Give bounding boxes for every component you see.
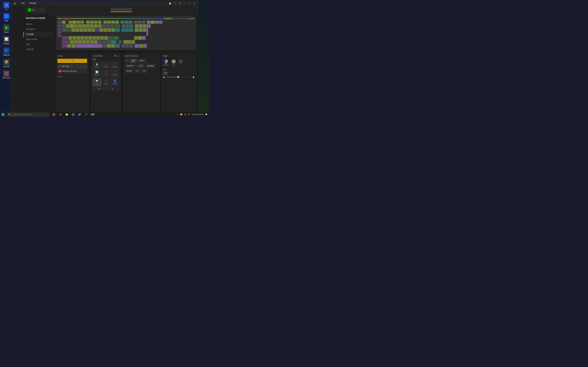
key-9[interactable]: 9	[98, 24, 102, 28]
nav-hw-light[interactable]: 硬件灯光效果	[23, 37, 54, 42]
key-np5[interactable]: 5	[138, 28, 142, 32]
key-rbracket[interactable]: ]	[111, 28, 115, 32]
key-equal[interactable]: =	[110, 24, 113, 28]
nav-light-effect[interactable]: 灯光效果	[23, 32, 54, 37]
key-f1[interactable]: F1	[69, 21, 72, 24]
effect-rainbow[interactable]: 〜 彩虹波	[102, 78, 110, 86]
nav-device-settings[interactable]: 设备设置	[23, 47, 54, 52]
settings-btn[interactable]: ⚙	[178, 1, 182, 6]
key-leftarrow[interactable]: ←	[121, 44, 125, 48]
key-2[interactable]: 2	[70, 24, 74, 28]
key-f8[interactable]: F8	[98, 21, 102, 24]
key-pgup[interactable]: PGU	[142, 21, 145, 24]
nav-performance[interactable]: 性能	[23, 42, 54, 47]
nav-key-task[interactable]: 键任务	[23, 22, 54, 27]
key-s[interactable]: S	[72, 36, 76, 40]
search-icon[interactable]: 🔍	[114, 55, 117, 57]
effect-wave[interactable]: ∿ 色波	[102, 69, 110, 78]
layer-item-watercolor[interactable]: 水彩光谱 水彩光谱 1	[57, 69, 87, 73]
key-np-extra2[interactable]: →	[139, 44, 143, 48]
key-lshift[interactable]: SHifT	[62, 40, 70, 44]
light-library-btn[interactable]: 灯光库 ▼	[57, 74, 87, 78]
zone-btn-qwerdf[interactable]: QWERDF	[125, 64, 136, 68]
key-rightarrow[interactable]: →	[130, 44, 133, 48]
layer-rain-more[interactable]: ⋮	[71, 65, 73, 67]
key-npadd[interactable]: +	[147, 24, 150, 28]
key-np7[interactable]: 7	[135, 24, 138, 28]
key-c[interactable]: C	[78, 40, 82, 44]
key-m[interactable]: M	[94, 40, 97, 44]
key-v[interactable]: V	[82, 40, 86, 44]
rain-option-alt[interactable]: 交替	[172, 59, 176, 66]
key-k[interactable]: K	[96, 36, 100, 40]
key-np8[interactable]: 8	[139, 24, 143, 28]
desktop-icon-software[interactable]: 📦 软件管理	[1, 58, 11, 68]
key-pgdn[interactable]: PGD	[130, 24, 133, 28]
key-f3[interactable]: F3	[76, 21, 80, 24]
key-p[interactable]: P	[103, 28, 107, 32]
key-w[interactable]: W	[71, 28, 75, 32]
key-period[interactable]: .	[102, 40, 105, 44]
speed-slider[interactable]	[167, 77, 191, 77]
effect-spectrum[interactable]: ✴ 水彩光谱	[102, 62, 110, 69]
taskbar-icon-layout[interactable]: ⊞	[57, 111, 63, 117]
key-r[interactable]: R	[79, 28, 83, 32]
tray-volume[interactable]: 🔊	[184, 111, 187, 117]
taskbar-icon-media[interactable]: 🎵	[83, 111, 89, 117]
key-prtsc[interactable]: PRT	[121, 21, 124, 24]
key-media-1[interactable]	[63, 18, 65, 20]
key-g2[interactable]: G2	[58, 24, 61, 27]
key-scrlk[interactable]: SCR	[124, 21, 128, 24]
key-tab[interactable]: TAB	[62, 28, 67, 32]
key-npsub[interactable]: -	[159, 21, 163, 24]
key-d[interactable]: D	[76, 36, 80, 40]
key-g5[interactable]: G5	[58, 34, 61, 37]
key-backspace[interactable]: ←	[114, 24, 120, 28]
key-uparrow[interactable]: ↑	[118, 40, 122, 44]
tray-datetime[interactable]: 16:51 2022/5/20	[191, 111, 204, 117]
key-f11[interactable]: F11	[111, 21, 115, 24]
key-x[interactable]: X	[74, 40, 78, 44]
key-8[interactable]: 8	[94, 24, 97, 28]
key-5[interactable]: 5	[82, 24, 86, 28]
effect-water[interactable]: 💧 水光十色	[93, 62, 101, 69]
key-g4[interactable]: G4	[58, 31, 61, 34]
tray-network[interactable]: 📶	[180, 111, 183, 117]
effect-rain[interactable]: 🌧 下雨	[93, 78, 101, 86]
key-np6[interactable]: 6	[143, 28, 146, 32]
key-f4[interactable]: F4	[80, 21, 84, 24]
key-y[interactable]: Y	[87, 28, 91, 32]
key-slash[interactable]: /	[106, 40, 110, 44]
key-np0[interactable]: 0	[123, 40, 131, 44]
nav-hw-task[interactable]: 硬件键任务	[23, 27, 54, 32]
effect-keyboard-btn[interactable]: ⌨	[93, 87, 106, 91]
zone-btn-arrows[interactable]: 箭头键	[125, 69, 133, 73]
key-3[interactable]: 3	[74, 24, 78, 28]
effect-colorchange[interactable]: 🔄 颜色变化	[93, 69, 101, 78]
key-f2[interactable]: F2	[72, 21, 76, 24]
profile-selector[interactable]: L lol ▼	[26, 8, 45, 12]
key-media-2[interactable]	[65, 18, 67, 20]
key-npenter[interactable]: E	[147, 28, 148, 36]
key-j[interactable]: J	[92, 36, 96, 40]
key-menu[interactable]: ≡	[111, 44, 115, 48]
key-npdiv[interactable]: /	[151, 21, 155, 24]
key-f7[interactable]: F7	[94, 21, 97, 24]
taskbar-icon-cortana[interactable]: ⭕	[51, 111, 57, 117]
key-npdot[interactable]: .	[131, 40, 135, 44]
key-f10[interactable]: F10	[107, 21, 111, 24]
rain-option-extra[interactable]	[179, 59, 183, 63]
key-minus[interactable]: -	[106, 24, 110, 28]
key-np1[interactable]: 1	[134, 36, 138, 40]
taskbar-icon-edge[interactable]: 🌐	[70, 111, 76, 117]
help-btn[interactable]: ❓	[173, 1, 177, 6]
key-0[interactable]: 0	[102, 24, 105, 28]
close-btn[interactable]: ✕	[192, 1, 197, 6]
key-fn[interactable]: FN	[107, 44, 111, 48]
effect-colorpulse[interactable]: 〰 彩色脉冲	[111, 62, 119, 69]
key-comma[interactable]: ,	[98, 40, 102, 44]
key-z[interactable]: Z	[70, 40, 74, 44]
key-del[interactable]: DEL	[122, 24, 125, 28]
key-pause[interactable]: BRK	[129, 21, 132, 24]
taskbar-icon-icue[interactable]: ⌨	[89, 111, 95, 117]
